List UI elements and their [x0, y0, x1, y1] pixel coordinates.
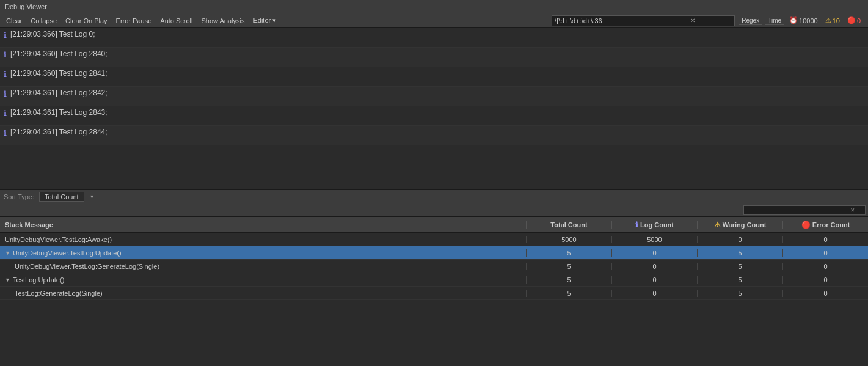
warn-icon: ⚠ [825, 16, 831, 24]
warn-count-badge: ⚠ 10 [823, 16, 842, 24]
td-waring-count: 5 [697, 276, 782, 284]
td-stack-message: ▼ UnityDebugViewer.TestLog:Update() [0, 249, 526, 257]
stack-message-text: UnityDebugViewer.TestLog:Awake() [5, 236, 112, 243]
error-count-value: 0 [857, 17, 861, 24]
warn-triangle-icon: ⚠ [714, 221, 721, 229]
log-entry[interactable]: ℹ [21:29:04.360] Test Log 2841; [0, 67, 868, 87]
log-text: [21:29:04.361] Test Log 2844; [10, 127, 108, 137]
error-pause-button[interactable]: Error Pause [112, 15, 156, 27]
collapse-button[interactable]: Collapse [27, 15, 60, 27]
show-analysis-button[interactable]: Show Analysis [198, 15, 249, 27]
th-waring-count: ⚠ Waring Count [697, 221, 782, 229]
log-info-icon: ℹ [4, 109, 7, 118]
error-count-badge: 🔴 0 [845, 16, 863, 24]
log-entry[interactable]: ℹ [21:29:04.361] Test Log 2842; [0, 87, 868, 106]
th-waring-count-label: Waring Count [723, 221, 767, 229]
table-body: UnityDebugViewer.TestLog:Awake() 5000 50… [0, 233, 868, 300]
search-input[interactable] [555, 17, 689, 24]
th-log-count: ℹ Log Count [611, 221, 697, 229]
log-info-icon: ℹ [4, 31, 7, 40]
time-button[interactable]: Time [765, 16, 784, 25]
td-stack-message: TestLog:GenerateLog(Single) [0, 290, 526, 297]
log-area[interactable]: ℹ [21:29:03.366] Test Log 0; ℹ [21:29:04… [0, 28, 868, 190]
log-text: [21:29:04.360] Test Log 2840; [10, 49, 108, 59]
log-text: [21:29:04.361] Test Log 2842; [10, 88, 108, 98]
td-error-count: 0 [782, 290, 868, 297]
filter-search-clear-button[interactable]: ✕ [850, 207, 855, 213]
filter-search-area: ✕ [743, 205, 866, 215]
td-error-count: 0 [782, 263, 868, 270]
expand-arrow-icon: ▼ [5, 250, 10, 256]
max-count-badge: ⏰ 10000 [787, 16, 820, 24]
error-icon: 🔴 [847, 16, 856, 24]
td-log-count: 0 [611, 290, 697, 297]
table-header: Stack Message Total Count ℹ Log Count ⚠ … [0, 217, 868, 233]
td-waring-count: 5 [697, 263, 782, 270]
warn-count-value: 10 [833, 17, 840, 24]
td-stack-message: UnityDebugViewer.TestLog:Awake() [0, 236, 526, 243]
sort-value-button[interactable]: Total Count [39, 192, 84, 202]
td-total-count: 5 [526, 263, 611, 270]
log-entry[interactable]: ℹ [21:29:04.361] Test Log 2844; [0, 126, 868, 145]
filter-search-bar: ✕ [0, 203, 868, 217]
error-circle-icon: 🔴 [801, 221, 811, 229]
table-row[interactable]: ▼ TestLog:Update() 5 0 5 0 [0, 273, 868, 287]
td-total-count: 5 [526, 276, 611, 284]
sort-arrow-icon: ▾ [90, 193, 93, 200]
max-count-value: 10000 [799, 17, 818, 24]
filter-search-input[interactable] [746, 207, 850, 213]
log-text: [21:29:04.360] Test Log 2841; [10, 68, 108, 79]
clear-on-play-button[interactable]: Clear On Play [62, 15, 111, 27]
th-log-count-label: Log Count [640, 221, 674, 229]
td-waring-count: 5 [697, 249, 782, 257]
td-total-count: 5000 [526, 236, 611, 243]
auto-scroll-button[interactable]: Auto Scroll [156, 15, 196, 27]
sort-label: Sort Type: [4, 193, 34, 200]
td-log-count: 0 [611, 263, 697, 270]
log-text: [21:29:03.366] Test Log 0; [10, 29, 95, 40]
log-entry[interactable]: ℹ [21:29:04.361] Test Log 2843; [0, 106, 868, 126]
editor-button[interactable]: Editor ▾ [249, 15, 280, 27]
table-row[interactable]: TestLog:GenerateLog(Single) 5 0 5 0 [0, 287, 868, 300]
td-error-count: 0 [782, 249, 868, 257]
table-row[interactable]: UnityDebugViewer.TestLog:Awake() 5000 50… [0, 233, 868, 246]
td-total-count: 5 [526, 249, 611, 257]
td-waring-count: 0 [697, 236, 782, 243]
toolbar: Clear Collapse Clear On Play Error Pause… [0, 13, 868, 28]
log-info-icon: ℹ [4, 50, 7, 59]
td-total-count: 5 [526, 290, 611, 297]
td-log-count: 0 [611, 249, 697, 257]
td-waring-count: 5 [697, 290, 782, 297]
title-bar: Debug Viewer [0, 0, 868, 13]
log-info-icon: ℹ [4, 70, 7, 79]
log-info-icon: ℹ [4, 89, 7, 98]
log-entry[interactable]: ℹ [21:29:03.366] Test Log 0; [0, 28, 868, 48]
stack-message-text: TestLog:GenerateLog(Single) [15, 290, 103, 297]
th-error-count-label: Error Count [812, 221, 850, 229]
sort-bar: Sort Type: Total Count ▾ [0, 190, 868, 203]
log-text: [21:29:04.361] Test Log 2843; [10, 108, 108, 118]
td-error-count: 0 [782, 276, 868, 284]
search-area: ✕ [552, 15, 735, 26]
log-info-icon: ℹ [635, 221, 638, 229]
td-log-count: 0 [611, 276, 697, 284]
regex-button[interactable]: Regex [739, 16, 762, 25]
clear-button[interactable]: Clear [2, 15, 26, 27]
td-stack-message: ▼ TestLog:Update() [0, 276, 526, 284]
th-total-count: Total Count [526, 221, 611, 229]
title-bar-text: Debug Viewer [5, 3, 47, 10]
expand-arrow-icon: ▼ [5, 277, 10, 283]
log-info-icon: ℹ [4, 128, 7, 137]
td-error-count: 0 [782, 236, 868, 243]
search-clear-button[interactable]: ✕ [689, 17, 696, 24]
stack-message-text: UnityDebugViewer.TestLog:GenerateLog(Sin… [15, 263, 159, 270]
table-row[interactable]: ▼ UnityDebugViewer.TestLog:Update() 5 0 … [0, 246, 868, 260]
td-log-count: 5000 [611, 236, 697, 243]
td-stack-message: UnityDebugViewer.TestLog:GenerateLog(Sin… [0, 263, 526, 270]
toolbar-right: Regex Time ⏰ 10000 ⚠ 10 🔴 0 [736, 16, 866, 25]
table-row[interactable]: UnityDebugViewer.TestLog:GenerateLog(Sin… [0, 260, 868, 273]
clock-icon: ⏰ [789, 16, 798, 24]
log-entry[interactable]: ℹ [21:29:04.360] Test Log 2840; [0, 48, 868, 67]
th-error-count: 🔴 Error Count [782, 221, 868, 229]
th-stack-message: Stack Message [0, 221, 526, 229]
